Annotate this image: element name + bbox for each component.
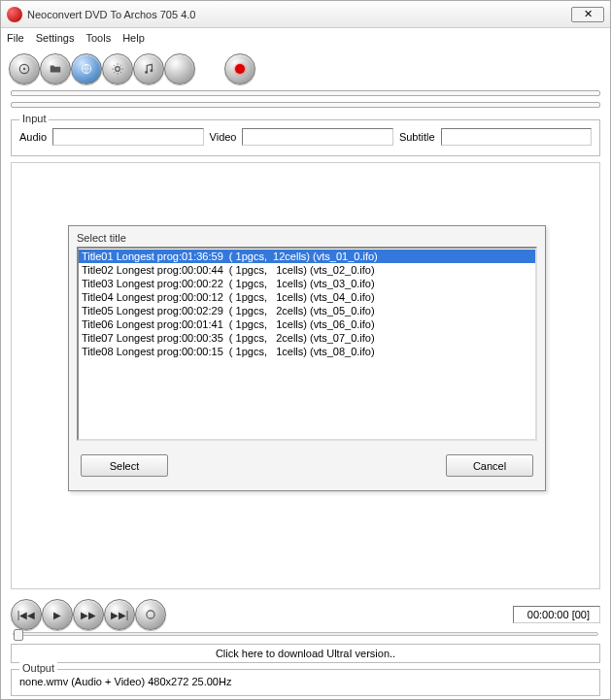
- play-button[interactable]: ▶: [42, 599, 73, 630]
- ff-button[interactable]: ▶▶: [73, 599, 104, 630]
- svg-point-3: [116, 67, 120, 72]
- audio-field[interactable]: [52, 128, 203, 146]
- globe-icon: [80, 62, 93, 76]
- seek-thumb[interactable]: [14, 629, 23, 641]
- toolbar-btn-6[interactable]: [164, 53, 195, 84]
- timecode: 00:00:00 [00]: [513, 606, 600, 623]
- progress-2: [1, 102, 610, 114]
- gear-icon: [111, 62, 124, 76]
- prev-button[interactable]: |◀◀: [11, 599, 42, 630]
- preview-area: Select title Title01 Longest prog:01:36:…: [11, 162, 600, 589]
- list-item[interactable]: Title01 Longest prog:01:36:59 ( 1pgcs, 1…: [79, 250, 535, 263]
- list-item[interactable]: Title08 Longest prog:00:00:15 ( 1pgcs, 1…: [79, 345, 535, 358]
- skip-forward-icon: ▶▶|: [111, 610, 129, 620]
- folder-icon: [49, 62, 62, 76]
- menu-tools[interactable]: Tools: [85, 32, 111, 44]
- stop-button[interactable]: [135, 599, 166, 630]
- window-title: Neoconvert DVD To Archos 705 4.0: [27, 9, 571, 20]
- subtitle-label: Subtitle: [399, 131, 435, 143]
- cancel-button[interactable]: Cancel: [446, 454, 533, 477]
- download-link[interactable]: Click here to download UltraI version..: [11, 644, 600, 663]
- list-item[interactable]: Title06 Longest prog:00:01:41 ( 1pgcs, 1…: [79, 317, 535, 331]
- output-legend: Output: [19, 662, 57, 674]
- seek-slider[interactable]: [1, 632, 610, 640]
- input-legend: Input: [19, 113, 49, 124]
- list-item[interactable]: Title07 Longest prog:00:00:35 ( 1pgcs, 2…: [79, 331, 535, 345]
- disc-icon: [17, 62, 31, 76]
- list-item[interactable]: Title03 Longest prog:00:00:22 ( 1pgcs, 1…: [79, 277, 535, 290]
- menu-file[interactable]: File: [7, 32, 24, 44]
- svg-point-1: [23, 68, 25, 70]
- progress-1: [1, 90, 610, 102]
- video-field[interactable]: [242, 128, 392, 146]
- subtitle-field[interactable]: [441, 128, 592, 146]
- next-button[interactable]: ▶▶|: [104, 599, 135, 630]
- skip-back-icon: |◀◀: [17, 610, 36, 620]
- stop-icon: [144, 608, 157, 621]
- note-icon: [142, 62, 155, 76]
- output-value: none.wmv (Audio + Video) 480x272 25.00Hz: [19, 676, 592, 687]
- fast-forward-icon: ▶▶: [81, 610, 96, 620]
- output-group: Output none.wmv (Audio + Video) 480x272 …: [11, 669, 600, 696]
- close-button[interactable]: ✕: [571, 7, 604, 22]
- svg-point-5: [150, 69, 153, 72]
- list-item[interactable]: Title02 Longest prog:00:00:44 ( 1pgcs, 1…: [79, 263, 535, 277]
- playback-toolbar: |◀◀ ▶ ▶▶ ▶▶| 00:00:00 [00]: [1, 593, 610, 636]
- toolbar-btn-3[interactable]: [71, 53, 102, 84]
- app-icon: [7, 7, 22, 22]
- titlebar: Neoconvert DVD To Archos 705 4.0 ✕: [1, 1, 610, 28]
- play-icon: ▶: [53, 610, 61, 620]
- menubar: File Settings Tools Help: [1, 28, 610, 48]
- toolbar-btn-1[interactable]: [9, 53, 40, 84]
- dialog-title: Select title: [77, 232, 537, 244]
- select-title-dialog: Select title Title01 Longest prog:01:36:…: [68, 225, 546, 491]
- main-toolbar: [1, 48, 610, 90]
- record-button[interactable]: [224, 53, 255, 84]
- toolbar-btn-2[interactable]: [40, 53, 71, 84]
- video-label: Video: [210, 131, 237, 143]
- close-icon: ✕: [584, 8, 592, 20]
- toolbar-btn-5[interactable]: [133, 53, 164, 84]
- menu-help[interactable]: Help: [122, 32, 145, 44]
- toolbar-btn-4[interactable]: [102, 53, 133, 84]
- input-group: Input Audio Video Subtitle: [11, 119, 600, 156]
- list-item[interactable]: Title04 Longest prog:00:00:12 ( 1pgcs, 1…: [79, 290, 535, 304]
- audio-label: Audio: [19, 131, 47, 143]
- select-button[interactable]: Select: [81, 454, 168, 477]
- title-listbox[interactable]: Title01 Longest prog:01:36:59 ( 1pgcs, 1…: [77, 247, 537, 441]
- menu-settings[interactable]: Settings: [36, 32, 75, 44]
- svg-point-4: [145, 71, 148, 74]
- list-item[interactable]: Title05 Longest prog:00:02:29 ( 1pgcs, 2…: [79, 304, 535, 317]
- svg-point-6: [147, 611, 154, 618]
